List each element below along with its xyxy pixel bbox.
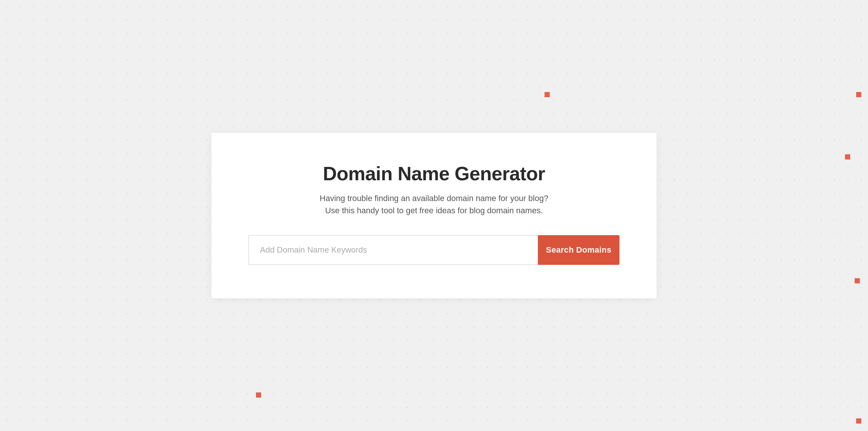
search-row: Search Domains xyxy=(249,235,619,265)
page-title: Domain Name Generator xyxy=(249,162,619,185)
search-input[interactable] xyxy=(249,235,538,265)
search-domains-button[interactable]: Search Domains xyxy=(538,235,619,265)
subtitle-line-2: Use this handy tool to get free ideas fo… xyxy=(325,206,543,215)
accent-dot-3 xyxy=(856,92,861,97)
accent-dot-4 xyxy=(855,278,860,283)
accent-dot-6 xyxy=(856,418,861,424)
page-subtitle: Having trouble finding an available doma… xyxy=(249,192,619,217)
accent-dot-5 xyxy=(256,392,261,398)
accent-dot-1 xyxy=(545,92,550,97)
accent-dot-2 xyxy=(845,154,850,159)
subtitle-line-1: Having trouble finding an available doma… xyxy=(320,194,548,203)
main-card: Domain Name Generator Having trouble fin… xyxy=(211,133,657,298)
